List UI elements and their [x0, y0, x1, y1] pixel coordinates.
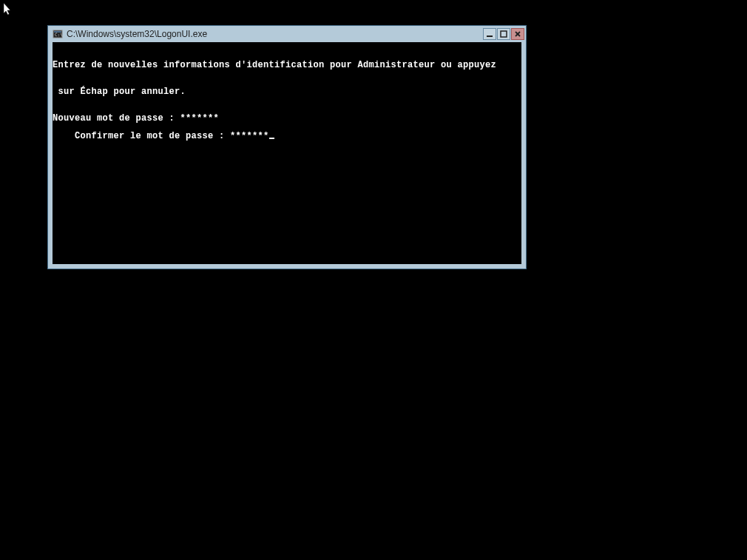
console-line: Confirmer le mot de passe : *******: [75, 131, 269, 141]
text-cursor: [269, 138, 274, 139]
maximize-button[interactable]: [497, 28, 510, 40]
minimize-button[interactable]: [483, 28, 496, 40]
titlebar[interactable]: C:\ C:\Windows\system32\LogonUI.exe: [48, 26, 526, 42]
svg-text:C:\: C:\: [55, 32, 63, 37]
console-output[interactable]: Entrez de nouvelles informations d'ident…: [53, 42, 521, 264]
console-line: Nouveau mot de passe : *******: [53, 114, 521, 123]
console-icon: C:\: [53, 29, 63, 39]
svg-rect-3: [487, 36, 493, 37]
window-title: C:\Windows\system32\LogonUI.exe: [67, 29, 483, 39]
console-line: sur Échap pour annuler.: [53, 87, 521, 96]
svg-rect-4: [501, 31, 507, 37]
console-line: Entrez de nouvelles informations d'ident…: [53, 61, 521, 70]
console-window: C:\ C:\Windows\system32\LogonUI.exe Entr…: [47, 25, 527, 269]
close-button[interactable]: [511, 28, 524, 40]
mouse-cursor-icon: [4, 3, 13, 16]
window-controls: [483, 28, 524, 40]
